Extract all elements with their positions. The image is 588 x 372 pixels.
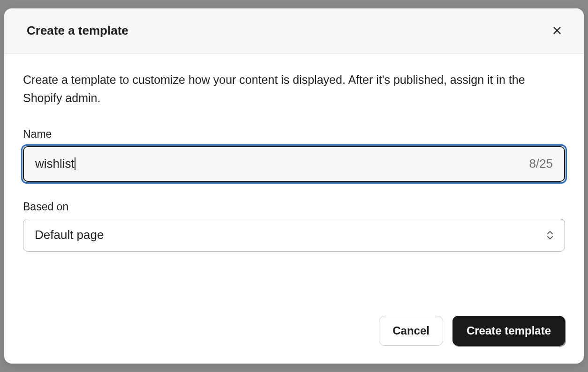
name-input-value: wishlist	[35, 156, 75, 171]
based-on-select-wrapper: Default page	[23, 219, 565, 252]
create-template-modal: Create a template Create a template to c…	[4, 8, 584, 364]
create-template-button[interactable]: Create template	[452, 316, 565, 346]
modal-title: Create a template	[27, 23, 128, 38]
modal-header: Create a template	[4, 8, 584, 54]
based-on-selected-value: Default page	[35, 228, 104, 242]
modal-footer: Cancel Create template	[4, 305, 584, 364]
modal-body: Create a template to customize how your …	[4, 54, 584, 305]
name-input[interactable]: wishlist 8/25	[23, 146, 565, 182]
close-icon	[552, 25, 562, 36]
based-on-label: Based on	[23, 201, 565, 213]
cancel-button[interactable]: Cancel	[379, 316, 443, 346]
select-chevrons-icon	[547, 231, 553, 239]
char-counter: 8/25	[529, 156, 553, 171]
name-label: Name	[23, 128, 565, 141]
based-on-select[interactable]: Default page	[23, 219, 565, 252]
close-button[interactable]	[548, 22, 566, 39]
modal-description: Create a template to customize how your …	[23, 71, 565, 107]
name-input-wrapper: wishlist 8/25	[23, 146, 565, 182]
